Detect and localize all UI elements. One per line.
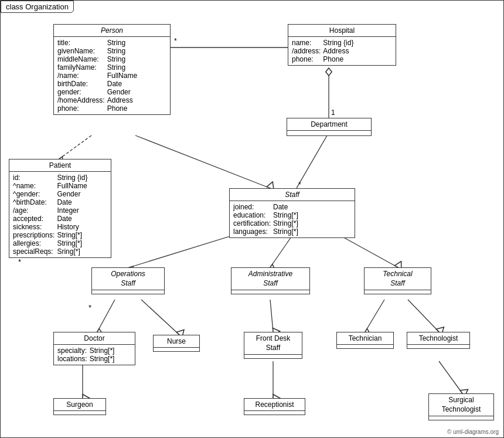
frontdesk-body: [244, 355, 302, 358]
technician-body: [337, 345, 393, 348]
nurse-title: Nurse: [154, 335, 199, 348]
receptionist-title: Receptionist: [244, 399, 305, 411]
admin-staff-box: AdministrativeStaff: [231, 267, 310, 294]
technician-box: Technician: [336, 332, 394, 349]
surgical-tech-title: SurgicalTechnologist: [429, 394, 493, 416]
staff-label: Staff: [285, 191, 299, 199]
hospital-title: Hospital: [288, 25, 396, 37]
staff-title: Staff: [230, 189, 355, 201]
technician-title: Technician: [337, 332, 393, 345]
patient-title: Patient: [9, 159, 111, 172]
person-body: title:String givenName:String middleName…: [54, 37, 170, 114]
hospital-box: Hospital name:String {id} /address:Addre…: [288, 24, 396, 66]
tech-staff-title: TechnicalStaff: [365, 268, 431, 290]
svg-text:*: *: [174, 37, 177, 45]
svg-text:*: *: [18, 257, 21, 266]
technologist-box: Technologist: [407, 332, 470, 349]
staff-body: joined:Date education:String[*] certific…: [230, 201, 355, 237]
svg-line-9: [141, 300, 179, 335]
svg-line-3: [297, 133, 329, 188]
patient-box: Patient id:String {id} ^name:FullName ^g…: [9, 159, 111, 258]
frontdesk-title: Front DeskStaff: [244, 332, 302, 355]
patient-body: id:String {id} ^name:FullName ^gender:Ge…: [9, 172, 111, 257]
surgeon-body: [54, 411, 105, 415]
ops-staff-body: [92, 290, 164, 294]
svg-line-11: [365, 300, 384, 332]
doctor-title: Doctor: [54, 332, 135, 345]
doctor-body: specialty:String[*] locations:String[*]: [54, 345, 135, 365]
surgical-tech-box: SurgicalTechnologist: [428, 393, 494, 420]
receptionist-box: Receptionist: [244, 398, 305, 415]
receptionist-body: [244, 411, 305, 415]
doctor-box: Doctor specialty:String[*] locations:Str…: [53, 332, 135, 365]
nurse-box: Nurse: [153, 335, 200, 352]
department-title: Department: [287, 118, 371, 131]
person-title: Person: [54, 25, 170, 37]
ops-staff-box: OperationsStaff: [91, 267, 165, 294]
surgeon-box: Surgeon: [53, 398, 106, 415]
tech-staff-body: [365, 290, 431, 294]
department-body: [287, 131, 371, 135]
svg-line-10: [270, 300, 273, 332]
department-box: Department: [287, 118, 372, 136]
person-box: Person title:String givenName:String mid…: [53, 24, 171, 115]
tech-staff-box: TechnicalStaff: [364, 267, 431, 294]
ops-staff-title: OperationsStaff: [92, 268, 164, 290]
svg-line-12: [408, 300, 439, 332]
surgical-tech-body: [429, 416, 493, 420]
surgeon-title: Surgeon: [54, 399, 105, 411]
frontdesk-box: Front DeskStaff: [244, 332, 302, 359]
svg-text:*: *: [298, 181, 301, 189]
svg-line-1: [135, 135, 270, 188]
staff-box: Staff joined:Date education:String[*] ce…: [229, 188, 355, 238]
copyright: © uml-diagrams.org: [447, 429, 499, 435]
admin-staff-body: [231, 290, 309, 294]
admin-staff-title: AdministrativeStaff: [231, 268, 309, 290]
hospital-body: name:String {id} /address:Address phone:…: [288, 37, 396, 65]
svg-text:*: *: [88, 303, 91, 312]
uml-diagram: class Organization: [0, 0, 504, 438]
diagram-title: class Organization: [1, 1, 74, 13]
svg-text:1: 1: [331, 108, 335, 117]
person-label: Person: [101, 26, 123, 35]
svg-line-8: [97, 300, 115, 332]
technologist-title: Technologist: [407, 332, 469, 345]
svg-line-15: [439, 361, 462, 393]
svg-line-0: [59, 135, 91, 159]
nurse-body: [154, 348, 199, 351]
technologist-body: [407, 345, 469, 348]
